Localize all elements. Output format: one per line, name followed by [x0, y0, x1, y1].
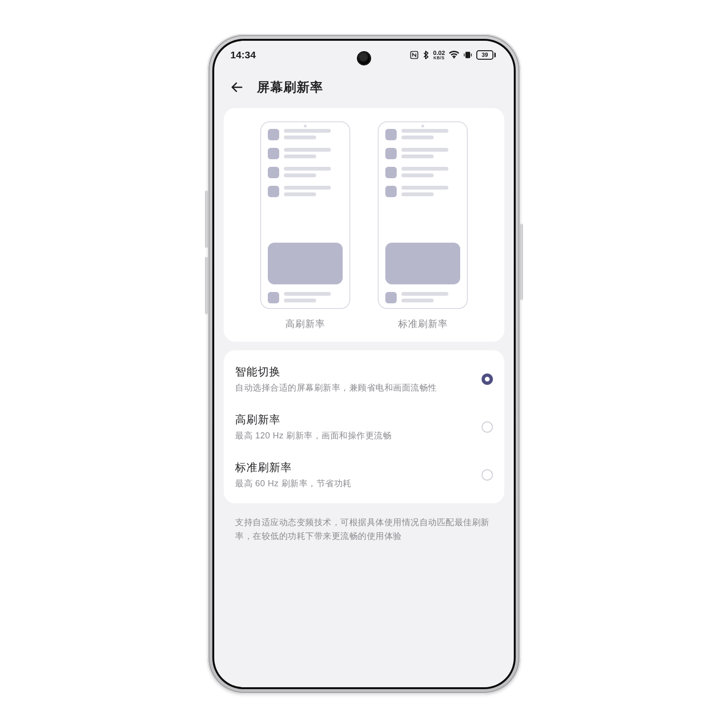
option-title: 高刷新率: [235, 412, 474, 427]
footer-note: 支持自适应动态变频技术，可根据具体使用情况自动匹配最佳刷新率，在较低的功耗下带来…: [224, 512, 504, 543]
bluetooth-icon: [423, 50, 429, 60]
back-button[interactable]: [228, 78, 246, 97]
option-smart-switch[interactable]: 智能切换 自动选择合适的屏幕刷新率，兼顾省电和画面流畅性: [235, 355, 493, 403]
wifi-icon: [449, 51, 459, 59]
page-title: 屏幕刷新率: [257, 79, 323, 96]
svg-rect-2: [464, 54, 465, 57]
preview-label-standard: 标准刷新率: [398, 318, 448, 330]
refresh-rate-preview-card: 高刷新率 标准刷新率: [224, 108, 504, 342]
radio-unselected-icon: [482, 421, 493, 433]
radio-unselected-icon: [482, 469, 493, 481]
status-right: 0.02 KB/S 39: [410, 50, 496, 60]
volume-up-button: [205, 191, 208, 247]
svg-rect-1: [465, 52, 470, 58]
status-time: 14:34: [230, 49, 256, 61]
preview-mockup-standard: [378, 121, 468, 309]
nfc-icon: [410, 50, 419, 60]
refresh-rate-options-card: 智能切换 自动选择合适的屏幕刷新率，兼顾省电和画面流畅性 高刷新率 最高 120…: [224, 350, 504, 503]
preview-mockup-high: [260, 121, 350, 309]
battery-tip: [494, 53, 496, 57]
power-button: [520, 224, 523, 300]
option-standard-refresh[interactable]: 标准刷新率 最高 60 Hz 刷新率，节省功耗: [235, 451, 493, 499]
preview-label-high: 高刷新率: [285, 318, 325, 330]
front-camera: [358, 52, 370, 64]
screen: 14:34 0.02 KB/S: [214, 41, 514, 687]
battery-indicator: 39: [476, 50, 496, 60]
battery-percentage: 39: [476, 50, 493, 60]
option-title: 标准刷新率: [235, 460, 474, 475]
radio-selected-icon: [482, 373, 493, 385]
phone-frame: 14:34 0.02 KB/S: [208, 34, 520, 694]
option-subtitle: 最高 120 Hz 刷新率，画面和操作更流畅: [235, 430, 474, 441]
phone-bezel: 14:34 0.02 KB/S: [212, 39, 516, 689]
option-high-refresh[interactable]: 高刷新率 最高 120 Hz 刷新率，画面和操作更流畅: [235, 403, 493, 451]
title-bar: 屏幕刷新率: [214, 69, 514, 108]
preview-high-refresh: 高刷新率: [253, 121, 357, 330]
option-subtitle: 自动选择合适的屏幕刷新率，兼顾省电和画面流畅性: [235, 382, 474, 393]
option-title: 智能切换: [235, 364, 474, 379]
content-area: 高刷新率 标准刷新率: [214, 108, 514, 687]
arrow-left-icon: [230, 80, 244, 94]
network-speed-indicator: 0.02 KB/S: [433, 50, 445, 60]
vibrate-icon: [463, 51, 473, 59]
preview-standard-refresh: 标准刷新率: [371, 121, 475, 330]
volume-down-button: [205, 257, 208, 314]
network-speed-unit: KB/S: [434, 56, 445, 60]
svg-rect-3: [471, 54, 472, 57]
option-subtitle: 最高 60 Hz 刷新率，节省功耗: [235, 478, 474, 489]
